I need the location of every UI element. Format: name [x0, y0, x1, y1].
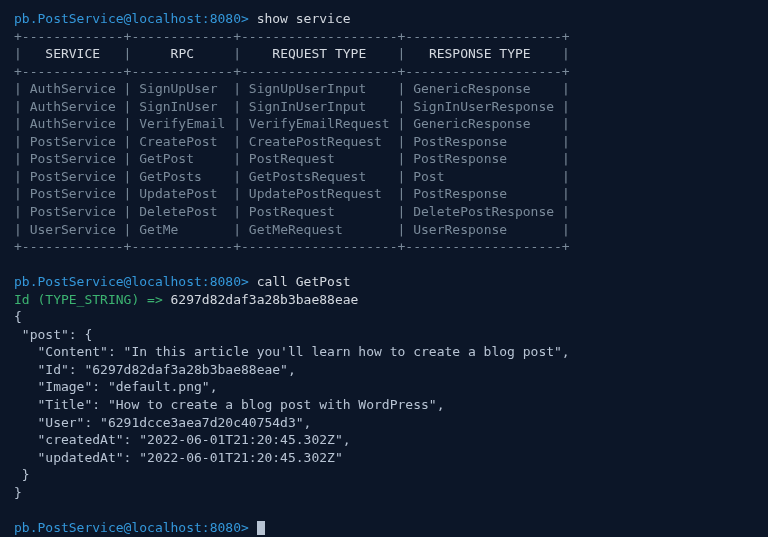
blank-line [14, 256, 754, 274]
prompt-line-2: pb.PostService@localhost:8080> call GetP… [14, 273, 754, 291]
header-cell: SERVICE [45, 46, 100, 61]
table-row: | PostService | GetPosts | GetPostsReque… [14, 168, 754, 186]
json-line: "createdAt": "2022-06-01T21:20:45.302Z", [14, 431, 754, 449]
json-line: "updatedAt": "2022-06-01T21:20:45.302Z" [14, 449, 754, 467]
table-row: | PostService | GetPost | PostRequest | … [14, 150, 754, 168]
service-table: +-------------+-------------+-----------… [14, 28, 754, 256]
host: pb.PostService@localhost:8080 [14, 11, 241, 26]
prompt-line-1: pb.PostService@localhost:8080> show serv… [14, 10, 754, 28]
cursor-icon [257, 521, 265, 535]
blank-line [14, 501, 754, 519]
type-prompt: Id (TYPE_STRING) => [14, 292, 163, 307]
type-input-line: Id (TYPE_STRING) => 6297d82daf3a28b3bae8… [14, 291, 754, 309]
table-border: +-------------+-------------+-----------… [14, 28, 754, 46]
table-row: | AuthService | VerifyEmail | VerifyEmai… [14, 115, 754, 133]
json-line: { [14, 308, 754, 326]
json-line: "Id": "6297d82daf3a28b3bae88eae", [14, 361, 754, 379]
header-cell: RPC [171, 46, 194, 61]
table-row: | PostService | UpdatePost | UpdatePostR… [14, 185, 754, 203]
header-cell: REQUEST TYPE [272, 46, 366, 61]
table-border: +-------------+-------------+-----------… [14, 238, 754, 256]
header-cell: RESPONSE TYPE [429, 46, 531, 61]
table-row: | AuthService | SignUpUser | SignUpUserI… [14, 80, 754, 98]
prompt-caret: > [241, 520, 249, 535]
table-row: | AuthService | SignInUser | SignInUserI… [14, 98, 754, 116]
terminal-output: pb.PostService@localhost:8080> show serv… [14, 10, 754, 536]
table-row: | UserService | GetMe | GetMeRequest | U… [14, 221, 754, 239]
json-line: "User": "6291dcce3aea7d20c40754d3", [14, 414, 754, 432]
json-line: } [14, 484, 754, 502]
json-line: "post": { [14, 326, 754, 344]
table-row: | PostService | CreatePost | CreatePostR… [14, 133, 754, 151]
host: pb.PostService@localhost:8080 [14, 274, 241, 289]
host: pb.PostService@localhost:8080 [14, 520, 241, 535]
json-line: "Image": "default.png", [14, 378, 754, 396]
command-show-service: show service [257, 11, 351, 26]
json-line: "Title": "How to create a blog post with… [14, 396, 754, 414]
prompt-caret: > [241, 11, 249, 26]
table-row: | PostService | DeletePost | PostRequest… [14, 203, 754, 221]
id-value: 6297d82daf3a28b3bae88eae [171, 292, 359, 307]
prompt-line-3[interactable]: pb.PostService@localhost:8080> [14, 519, 754, 537]
table-border: +-------------+-------------+-----------… [14, 63, 754, 81]
json-line: "Content": "In this article you'll learn… [14, 343, 754, 361]
table-header-row: | SERVICE | RPC | REQUEST TYPE | RESPONS… [14, 45, 754, 63]
command-call-getpost: call GetPost [257, 274, 351, 289]
prompt-caret: > [241, 274, 249, 289]
json-line: } [14, 466, 754, 484]
